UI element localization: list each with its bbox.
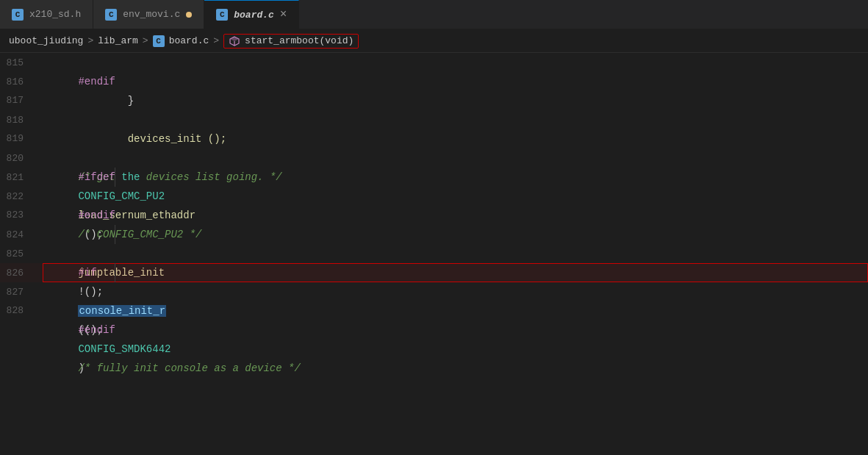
breadcrumb-lib-arm[interactable]: lib_arm — [98, 35, 138, 46]
code-line-822: 822 #endif /* CONFIG_CMC_PU2 */ — [0, 187, 868, 206]
c-file-icon: C — [12, 9, 24, 21]
line-number: 817 — [0, 91, 35, 110]
code-line-816: 816 } — [0, 72, 868, 91]
function-label: start_armboot(void) — [245, 35, 354, 46]
tab-label: board.c — [234, 10, 274, 21]
code-line-824: 824 jumptable_init (); — [0, 225, 868, 244]
line-number: 818 — [0, 111, 35, 130]
code-line-818: 818 devices_init (); /* get the devices … — [0, 110, 868, 129]
line-number: 823 — [0, 206, 35, 225]
tab-board-c[interactable]: C board.c × — [204, 0, 299, 29]
line-content: #endif — [35, 282, 868, 359]
tab-bar: C x210_sd.h C env_movi.c C board.c × — [0, 0, 868, 29]
code-line-826: 826 console_init_r (); /* fully init con… — [0, 263, 868, 282]
breadcrumb-file[interactable]: board.c — [169, 35, 209, 46]
line-number: 828 — [0, 301, 35, 320]
tab-env-movi-c[interactable]: C env_movi.c — [93, 0, 204, 29]
tab-label: env_movi.c — [123, 9, 180, 20]
tab-x210-sd-h[interactable]: C x210_sd.h — [0, 0, 93, 29]
breadcrumb-root[interactable]: uboot_jiuding — [9, 35, 83, 46]
code-area: 815 #endif 816 } 817 818 devices_init ()… — [0, 53, 868, 455]
code-line-823: 823 — [0, 206, 868, 225]
breadcrumb: uboot_jiuding > lib_arm > C board.c > st… — [0, 29, 868, 53]
code-line-819: 819 — [0, 129, 868, 148]
line-number: 821 — [0, 168, 35, 187]
line-number: 822 — [0, 187, 35, 207]
breadcrumb-sep-3: > — [213, 35, 219, 46]
modified-dot — [186, 12, 192, 18]
line-number: 826 — [0, 264, 35, 283]
c-file-icon: C — [105, 9, 117, 21]
line-number: 816 — [0, 73, 35, 92]
token: #endif — [78, 324, 115, 336]
breadcrumb-sep-2: > — [143, 35, 148, 46]
svg-marker-1 — [230, 37, 239, 41]
line-number: 825 — [0, 245, 35, 264]
line-number: 815 — [0, 54, 35, 73]
tab-close-button[interactable]: × — [280, 9, 287, 21]
c-file-icon: C — [216, 9, 228, 21]
tab-label: x210_sd.h — [29, 9, 81, 20]
code-line-828: 828 — [0, 301, 868, 320]
line-number: 819 — [0, 129, 35, 148]
code-line-815: 815 #endif — [0, 53, 868, 72]
code-line-825: 825 #if ! defined ( CONFIG_SMDK6442 ) — [0, 244, 868, 263]
breadcrumb-function[interactable]: start_armboot(void) — [223, 34, 359, 49]
code-line-820: 820 #ifdef CONFIG_CMC_PU2 — [0, 148, 868, 168]
line-number: 827 — [0, 283, 35, 302]
token-comment: /* fully init console as a device */ — [78, 362, 300, 374]
line-number: 820 — [0, 149, 35, 168]
code-line-821: 821 load_sernum_ethaddr (); — [0, 168, 868, 187]
line-number: 824 — [0, 226, 35, 245]
code-line-817: 817 — [0, 91, 868, 110]
c-file-icon-breadcrumb: C — [153, 35, 165, 47]
code-line-827: 827 #endif — [0, 282, 868, 301]
breadcrumb-sep-1: > — [87, 35, 93, 46]
cube-icon — [229, 35, 240, 47]
